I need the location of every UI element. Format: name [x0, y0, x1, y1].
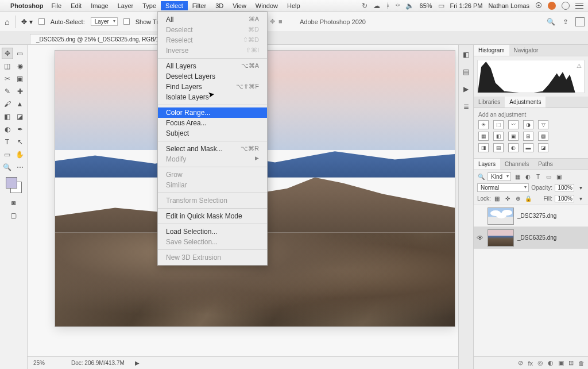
filter-kind-dropdown[interactable]: Kind: [488, 172, 511, 181]
battery-icon[interactable]: ▭: [438, 2, 444, 10]
filter-type-icon[interactable]: T: [534, 173, 542, 181]
select-menu-dropdown[interactable]: All⌘ADeselect⌘DReselect⇧⌘DInverse⇧⌘IAll …: [157, 11, 268, 266]
gradient-tool[interactable]: ◪: [14, 111, 26, 122]
menu-item-subject[interactable]: Subject: [158, 128, 267, 139]
user-avatar-icon[interactable]: [548, 2, 556, 10]
share-icon[interactable]: ⇪: [560, 17, 571, 27]
layer-row[interactable]: _DSC3275.dng: [474, 205, 588, 227]
filter-adjust-icon[interactable]: ◐: [524, 173, 532, 181]
wifi-icon[interactable]: ⌔: [396, 2, 400, 10]
show-transform-checkbox[interactable]: [123, 18, 130, 25]
adj-brightness-icon[interactable]: ☀: [478, 120, 489, 129]
menu-item-all-layers[interactable]: All Layers⌥⌘A: [158, 61, 267, 71]
zoom-readout[interactable]: 25%: [33, 360, 63, 366]
clock[interactable]: Fri 1:26 PM: [450, 2, 483, 9]
tab-libraries[interactable]: Libraries: [474, 97, 505, 107]
menu-file[interactable]: File: [47, 1, 66, 10]
menu-item-select-and-mask[interactable]: Select and Mask...⌥⌘R: [158, 144, 267, 154]
adj-exposure-icon[interactable]: ◑: [523, 120, 533, 129]
tab-histogram[interactable]: Histogram: [474, 45, 509, 56]
filter-shape-icon[interactable]: ▭: [544, 173, 552, 181]
adj-selective-color-icon[interactable]: ◪: [538, 143, 548, 152]
collapsed-actions-icon[interactable]: ≣: [461, 101, 471, 112]
lasso-tool[interactable]: ◉: [14, 60, 26, 72]
adj-color-lookup-icon[interactable]: ▩: [538, 132, 548, 141]
adj-vibrance-icon[interactable]: ▽: [538, 120, 548, 129]
layer-row[interactable]: 👁 _DSC6325.dng: [474, 227, 588, 249]
menu-item-deselect-layers[interactable]: Deselect Layers: [158, 71, 267, 82]
lock-pixels-icon[interactable]: ▦: [493, 194, 501, 202]
tab-paths[interactable]: Paths: [533, 159, 558, 170]
menu-item-focus-area[interactable]: Focus Area...: [158, 118, 267, 128]
histogram-warning-icon[interactable]: ⚠: [577, 63, 582, 69]
screenmode-toggle[interactable]: ▢: [8, 210, 20, 221]
fill-value[interactable]: 100%: [555, 195, 574, 202]
user-name[interactable]: Nathan Lomas: [488, 2, 529, 9]
app-name[interactable]: Photoshop: [10, 2, 43, 9]
filter-pixel-icon[interactable]: ▦: [513, 173, 521, 181]
layer-name[interactable]: _DSC6325.dng: [517, 235, 556, 241]
move-tool[interactable]: ✥: [2, 48, 13, 59]
layer-thumbnail[interactable]: [488, 229, 514, 247]
type-tool[interactable]: T: [2, 136, 13, 148]
link-layers-icon[interactable]: ⊘: [518, 359, 523, 367]
menu-layer[interactable]: Layer: [113, 1, 138, 10]
menu-item-edit-in-quick-mask-mode[interactable]: Edit in Quick Mask Mode: [158, 211, 267, 221]
brush-tool[interactable]: 🖌: [2, 98, 13, 110]
opacity-caret-icon[interactable]: ▾: [577, 184, 585, 192]
layer-thumbnail[interactable]: [488, 207, 514, 225]
menu-help[interactable]: Help: [283, 1, 305, 10]
quickmask-toggle[interactable]: ◙: [8, 197, 20, 209]
adj-threshold-icon[interactable]: ◐: [508, 143, 519, 152]
adj-hue-icon[interactable]: ▦: [478, 132, 489, 141]
adj-bw-icon[interactable]: ◧: [493, 132, 504, 141]
crop-tool[interactable]: ✂: [2, 73, 13, 84]
volume-icon[interactable]: 🔈: [405, 2, 414, 10]
tab-navigator[interactable]: Navigator: [509, 45, 543, 56]
tool-preset-icon[interactable]: ✥ ▾: [21, 18, 32, 26]
filter-search-icon[interactable]: 🔍: [477, 173, 485, 181]
adj-posterize-icon[interactable]: ▤: [493, 143, 504, 152]
adj-photo-filter-icon[interactable]: ▣: [508, 132, 519, 141]
search-ps-icon[interactable]: 🔍: [546, 17, 556, 27]
menu-image[interactable]: Image: [86, 1, 113, 10]
adj-curves-icon[interactable]: 〰: [508, 120, 519, 129]
dodge-tool[interactable]: ◐: [2, 124, 13, 135]
doc-size-readout[interactable]: Doc: 206.9M/413.7M: [71, 360, 125, 366]
menu-3d[interactable]: 3D: [211, 1, 228, 10]
opacity-value[interactable]: 100%: [555, 184, 574, 191]
tab-adjustments[interactable]: Adjustments: [505, 97, 546, 107]
auto-select-dropdown[interactable]: Layer: [91, 17, 118, 26]
zoom-tool[interactable]: 🔍: [2, 162, 13, 173]
lock-all-icon[interactable]: 🔒: [524, 194, 532, 202]
layer-style-icon[interactable]: fx: [528, 360, 533, 367]
layer-mask-icon[interactable]: ◎: [537, 359, 543, 367]
adj-levels-icon[interactable]: ⬚: [493, 120, 504, 129]
collapsed-history-icon[interactable]: ▶: [461, 84, 471, 94]
workspace-switcher-icon[interactable]: [575, 17, 585, 26]
heal-tool[interactable]: ✚: [14, 86, 26, 97]
menu-item-color-range[interactable]: Color Range...: [158, 107, 267, 118]
notification-center-icon[interactable]: [575, 3, 583, 9]
visibility-toggle[interactable]: 👁: [476, 234, 484, 242]
hand-tool[interactable]: ✋: [14, 149, 26, 160]
eyedropper-tool[interactable]: ✎: [2, 86, 13, 97]
lock-artboard-icon[interactable]: ⊕: [514, 194, 522, 202]
new-group-icon[interactable]: ▣: [558, 359, 564, 367]
eraser-tool[interactable]: ◧: [2, 111, 13, 122]
tab-layers[interactable]: Layers: [474, 159, 500, 170]
bluetooth-icon[interactable]: ᚼ: [386, 2, 390, 10]
collapsed-color-icon[interactable]: ◧: [461, 49, 471, 60]
adj-invert-icon[interactable]: ◨: [478, 143, 489, 152]
new-fill-icon[interactable]: ◐: [548, 359, 554, 367]
adj-channel-mixer-icon[interactable]: ⊞: [523, 132, 533, 141]
new-layer-icon[interactable]: ⊞: [568, 359, 574, 367]
auto-select-checkbox[interactable]: [38, 18, 45, 25]
spotlight-icon[interactable]: ⦿: [535, 2, 542, 10]
cloud-icon[interactable]: ☁: [373, 2, 380, 10]
status-popup-icon[interactable]: ▶: [135, 360, 140, 366]
home-button[interactable]: ⌂: [5, 17, 9, 26]
sync-icon[interactable]: ↻: [362, 2, 368, 10]
menu-edit[interactable]: Edit: [66, 1, 86, 10]
search-icon[interactable]: [562, 2, 570, 10]
